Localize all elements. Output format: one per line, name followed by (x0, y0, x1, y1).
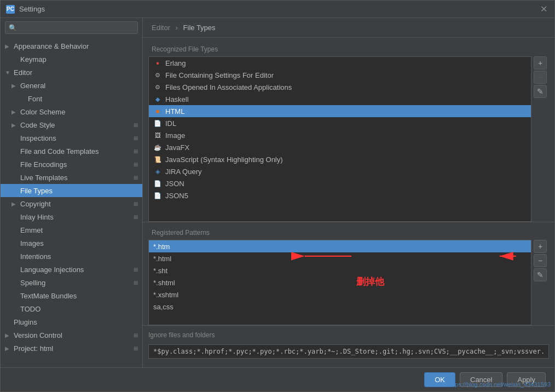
pattern-item-sht[interactable]: *.sht (149, 264, 531, 276)
remove-type-button[interactable]: − (534, 71, 547, 84)
item-label: JIRA Query (165, 168, 527, 176)
json-icon: 📄 (153, 179, 162, 188)
list-item[interactable]: ☕ JavaFX (149, 141, 531, 153)
pattern-label: *.html (153, 255, 527, 263)
item-label: JavaFX (165, 143, 527, 152)
list-item[interactable]: 📜 JavaScript (Syntax Highlighting Only) (149, 153, 531, 165)
ignore-input[interactable] (148, 344, 549, 359)
sidebar-item-label: File Encodings (20, 160, 134, 169)
badge-icon: ⊞ (134, 162, 138, 168)
sidebar-item-editor[interactable]: ▼ Editor (1, 66, 142, 79)
sidebar-item-live-templates[interactable]: Live Templates ⊞ (1, 171, 142, 184)
patterns-section: Registered Patterns *.htm *.html (143, 227, 554, 325)
sidebar-item-keymap[interactable]: Keymap (1, 53, 142, 66)
dialog-footer: OK Cancel Apply (1, 367, 554, 391)
sidebar-tree: ▶ Appearance & Behavior Keymap ▼ Editor … (1, 37, 142, 367)
list-item[interactable]: ● Erlang (149, 57, 531, 69)
sidebar-item-font[interactable]: Font (1, 92, 142, 105)
search-box[interactable]: 🔍 (5, 21, 138, 34)
arrow-icon: ▶ (11, 83, 19, 89)
sidebar-item-emmet[interactable]: Emmet (1, 223, 142, 237)
sidebar-item-code-style[interactable]: ▶ Code Style ⊞ (1, 118, 142, 131)
pattern-item-html[interactable]: *.html (149, 252, 531, 264)
patterns-list[interactable]: *.htm *.html *.sht *.shtml (148, 240, 531, 325)
pattern-item-sacss[interactable]: sa,css (149, 301, 531, 313)
edit-type-button[interactable]: ✎ (534, 85, 547, 98)
sidebar-item-label: Images (20, 239, 138, 247)
sidebar-item-copyright[interactable]: ▶ Copyright ⊞ (1, 197, 142, 210)
close-button[interactable]: ✕ (538, 4, 549, 15)
badge-icon: ⊞ (134, 345, 138, 351)
sidebar-item-plugins[interactable]: Plugins (1, 315, 142, 328)
sidebar-item-file-encodings[interactable]: File Encodings ⊞ (1, 158, 142, 171)
breadcrumb: Editor › File Types (152, 24, 216, 32)
sidebar-item-file-code-templates[interactable]: File and Code Templates ⊞ (1, 145, 142, 158)
panel-body: Recognized File Types ● Erlang ⚙ File (143, 38, 554, 367)
sidebar-item-label: File Types (20, 187, 138, 195)
sidebar-item-general[interactable]: ▶ General (1, 79, 142, 92)
arrow-spacer (11, 214, 19, 220)
pattern-item-xshtml[interactable]: *.xshtml (149, 289, 531, 301)
sidebar-item-label: Inspections (20, 134, 134, 142)
breadcrumb-current: File Types (183, 24, 216, 32)
sidebar-item-file-types[interactable]: File Types (1, 184, 142, 197)
dialog-title: Settings (19, 5, 538, 13)
item-label: Image (165, 131, 527, 140)
sidebar-item-spelling[interactable]: Spelling ⊞ (1, 276, 142, 289)
badge-icon: ⊞ (134, 214, 138, 220)
arrow-spacer (11, 148, 19, 154)
search-input[interactable] (20, 24, 134, 32)
main-content: 🔍 ▶ Appearance & Behavior Keymap ▼ Edito… (1, 18, 554, 367)
arrow-spacer (11, 227, 19, 233)
breadcrumb-parent: Editor (152, 24, 170, 32)
sidebar-item-label: Inlay Hints (20, 213, 134, 221)
list-item[interactable]: 📄 JSON5 (149, 189, 531, 201)
ignore-section: Ignore files and folders (143, 325, 554, 362)
arrow-spacer (11, 188, 19, 194)
edit-pattern-button[interactable]: ✎ (534, 268, 547, 281)
remove-pattern-button[interactable]: − (534, 254, 547, 267)
sidebar-item-label: Live Templates (20, 174, 134, 182)
add-type-button[interactable]: + (534, 56, 547, 70)
list-item[interactable]: ⚙ Files Opened In Associated Application… (149, 81, 531, 93)
add-pattern-button[interactable]: + (534, 240, 547, 253)
item-label: File Containing Settings For Editor (165, 71, 527, 79)
list-item[interactable]: ⚙ File Containing Settings For Editor (149, 69, 531, 81)
list-item[interactable]: 📄 IDL (149, 117, 531, 129)
javafx-icon: ☕ (153, 143, 162, 152)
list-item[interactable]: 📄 JSON (149, 177, 531, 189)
arrow-spacer (11, 293, 19, 299)
pattern-item-htm[interactable]: *.htm (149, 240, 531, 252)
arrow-spacer (11, 162, 19, 168)
recognized-types-list[interactable]: ● Erlang ⚙ File Containing Settings For … (148, 56, 531, 222)
javascript-icon: 📜 (153, 155, 162, 164)
json5-icon: 📄 (153, 191, 162, 200)
sidebar-item-label: Keymap (20, 55, 138, 64)
pattern-item-shtml[interactable]: *.shtml (149, 276, 531, 289)
sidebar-item-label: Version Control (14, 331, 134, 339)
arrow-spacer (5, 319, 13, 325)
sidebar-item-label: General (20, 82, 138, 90)
list-item[interactable]: 🖼 Image (149, 129, 531, 141)
arrow-spacer (19, 96, 27, 102)
badge-icon: ⊞ (134, 135, 138, 141)
sidebar-item-todo[interactable]: TODO (1, 302, 142, 315)
files-icon: ⚙ (153, 83, 162, 91)
patterns-buttons: + − ✎ (531, 240, 549, 325)
sidebar-item-label: Project: html (14, 344, 134, 353)
sidebar-item-color-scheme[interactable]: ▶ Color Scheme (1, 105, 142, 118)
sidebar-item-inlay-hints[interactable]: Inlay Hints ⊞ (1, 210, 142, 223)
sidebar-item-images[interactable]: Images (1, 237, 142, 250)
sidebar-item-textmate[interactable]: TextMate Bundles (1, 289, 142, 302)
sidebar-item-project-html[interactable]: ▶ Project: html ⊞ (1, 342, 142, 355)
sidebar-item-language-injections[interactable]: Language Injections ⊞ (1, 263, 142, 276)
list-item[interactable]: ◈ JIRA Query (149, 165, 531, 177)
list-item[interactable]: ◆ Haskell (149, 93, 531, 105)
list-item-html[interactable]: ■ HTML (149, 105, 531, 117)
app-icon: PC (6, 5, 15, 14)
sidebar-item-appearance[interactable]: ▶ Appearance & Behavior (1, 39, 142, 53)
sidebar-item-version-control[interactable]: ▶ Version Control ⊞ (1, 328, 142, 342)
sidebar-item-inspections[interactable]: Inspections ⊞ (1, 131, 142, 145)
arrow-spacer (11, 240, 19, 246)
sidebar-item-intentions[interactable]: Intentions (1, 250, 142, 263)
